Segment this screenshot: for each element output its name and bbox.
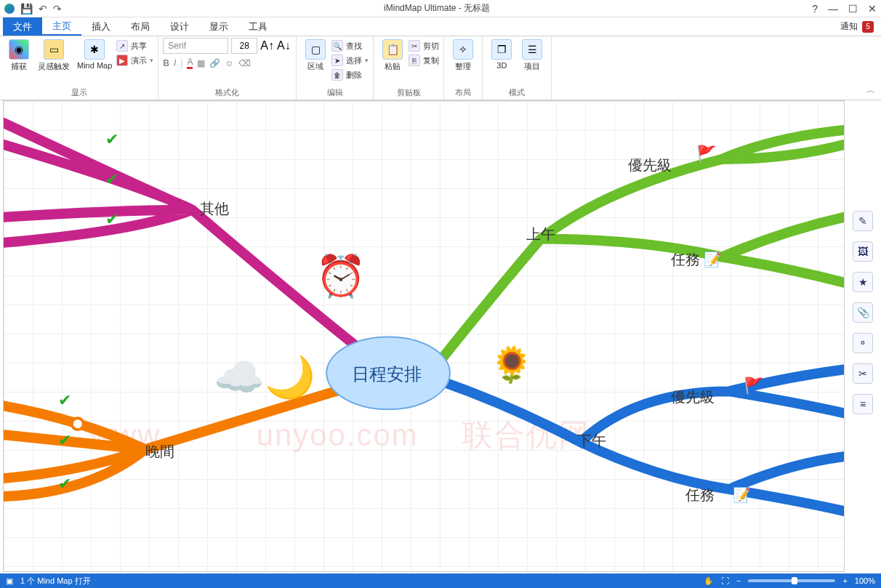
ribbon-group-edit: ▢ 区域 🔍查找 ➤选择▾ 🗑删除 编辑 <box>297 36 374 100</box>
zoom-slider[interactable] <box>748 579 835 582</box>
node-morning[interactable]: 上午 <box>526 226 555 242</box>
save-icon[interactable]: 💾 <box>20 3 33 15</box>
notify-label: 通知 <box>840 20 858 33</box>
maximize-button[interactable]: ☐ <box>848 3 858 15</box>
insert-image-button[interactable]: 🖼 <box>853 241 873 262</box>
mindmap-button[interactable]: ✱ Mind Map <box>74 38 115 71</box>
favorite-button[interactable]: ★ <box>853 272 873 292</box>
copy-button[interactable]: ⎘复制 <box>409 54 439 67</box>
note-icon: ▭ <box>44 39 64 60</box>
node-priority-1[interactable]: 優先級 <box>628 157 672 173</box>
delete-button[interactable]: 🗑删除 <box>331 68 369 81</box>
side-toolbar: ✎ 🖼 ★ 📎 ⚬ ✂ ≡ <box>849 211 877 414</box>
trash-icon: 🗑 <box>331 69 343 81</box>
tab-home[interactable]: 主页 <box>42 17 81 36</box>
node-task-2[interactable]: 任務 <box>685 487 715 503</box>
area-button[interactable]: ▢ 区域 <box>301 38 330 73</box>
tab-design[interactable]: 设计 <box>160 17 199 36</box>
undo-icon[interactable]: ↶ <box>39 3 47 15</box>
redo-icon[interactable]: ↷ <box>53 3 62 15</box>
arrange-icon: ✧ <box>453 39 473 60</box>
font-size-input[interactable]: 28 <box>231 38 257 54</box>
hand-tool-button[interactable]: ✋ <box>704 576 714 586</box>
emoji-button[interactable]: ☺ <box>225 58 233 68</box>
status-bar: ▣ 1 个 Mind Map 打开 ✋ ⛶ − + 100% <box>0 573 881 588</box>
notifications[interactable]: 通知 5 <box>840 17 881 36</box>
close-button[interactable]: ✕ <box>868 3 877 15</box>
branch-other[interactable] <box>4 123 381 366</box>
font-family-select[interactable]: Serif <box>163 38 228 54</box>
select-button[interactable]: ➤选择▾ <box>331 54 369 67</box>
checkmark-icon: ✔ <box>58 431 71 449</box>
font-grow-icon[interactable]: A↑ <box>260 39 274 52</box>
empty-marker-icon <box>72 418 84 430</box>
area-icon: ▢ <box>305 39 326 60</box>
flag-icon: 🚩 <box>696 144 717 164</box>
menu-bar: 文件 主页 插入 布局 设计 显示 工具 通知 5 <box>0 17 881 36</box>
title-bar: 💾 ↶ ↷ iMindMap Ultimate - 无标题 ? — ☐ ✕ <box>0 0 881 17</box>
node-other[interactable]: 其他 <box>200 201 229 217</box>
3d-button[interactable]: ❐ 3D <box>487 38 516 71</box>
tab-tools[interactable]: 工具 <box>238 17 278 36</box>
outline-button[interactable]: ≡ <box>853 394 873 414</box>
aperture-icon: ◉ <box>9 39 29 60</box>
group-label-mode: 模式 <box>487 86 547 100</box>
collapse-ribbon-button[interactable]: ︿ <box>866 84 875 97</box>
italic-button[interactable]: I <box>174 58 176 68</box>
tab-layout[interactable]: 布局 <box>121 17 160 36</box>
share-button[interactable]: ↗共享 <box>116 39 153 52</box>
highlight-button[interactable]: ▦ <box>197 58 205 68</box>
app-icon <box>4 4 15 14</box>
copy-icon: ⎘ <box>409 55 420 66</box>
pointer-icon: ➤ <box>331 55 343 66</box>
checkmark-icon: ✔ <box>58 475 71 493</box>
ribbon-group-mode: ❐ 3D ☰ 项目 模式 <box>483 36 552 100</box>
project-button[interactable]: ☰ 项目 <box>518 38 547 73</box>
font-color-button[interactable]: A <box>187 57 193 69</box>
brainstorm-button[interactable]: ▭ 灵感触发 <box>35 38 73 73</box>
bold-button[interactable]: B <box>163 58 169 68</box>
clear-format-button[interactable]: ⌫ <box>238 58 251 68</box>
mindmap-icon: ✱ <box>84 39 105 60</box>
center-node-label: 日程安排 <box>352 364 422 384</box>
present-button[interactable]: ▶演示▾ <box>116 54 153 67</box>
cut-button[interactable]: ✂剪切 <box>409 39 439 52</box>
link-button[interactable]: 🔗 <box>209 58 220 68</box>
window-title: iMindMap Ultimate - 无标题 <box>62 2 812 15</box>
tab-file[interactable]: 文件 <box>3 17 42 36</box>
cube-icon: ❐ <box>491 39 512 60</box>
mindmap-canvas[interactable]: www.unyoo.com联合优网 其他 ✔ ✔ ✔ 上午 優先級 🚩 任務 📝… <box>3 100 845 572</box>
group-label-format: 格式化 <box>163 86 291 100</box>
tab-view[interactable]: 显示 <box>199 17 238 36</box>
checkmark-icon: ✔ <box>58 391 71 409</box>
group-label-edit: 编辑 <box>301 86 369 100</box>
zoom-out-button[interactable]: − <box>736 576 741 585</box>
group-label-display: 显示 <box>4 86 153 100</box>
node-evening[interactable]: 晚間 <box>145 443 174 459</box>
capture-button[interactable]: ◉ 捕获 <box>4 38 33 73</box>
zoom-level: 100% <box>855 576 875 585</box>
zoom-in-button[interactable]: + <box>842 576 847 585</box>
marker-button[interactable]: ⚬ <box>853 333 873 353</box>
paste-button[interactable]: 📋 粘贴 <box>378 38 407 73</box>
notify-badge: 5 <box>862 21 874 33</box>
sun-icon: 🌻 <box>490 344 534 385</box>
ribbon: ◉ 捕获 ▭ 灵感触发 ✱ Mind Map ↗共享 ▶演示▾ 显示 Serif… <box>0 36 881 100</box>
node-task-1[interactable]: 任務 <box>670 251 700 267</box>
ribbon-group-clipboard: 📋 粘贴 ✂剪切 ⎘复制 剪贴板 <box>374 36 444 100</box>
fit-screen-button[interactable]: ⛶ <box>721 576 729 585</box>
snippet-button[interactable]: ✂ <box>853 363 873 384</box>
tab-insert[interactable]: 插入 <box>81 17 121 36</box>
node-afternoon[interactable]: 下午 <box>577 432 606 448</box>
help-button[interactable]: ? <box>812 3 818 15</box>
find-button[interactable]: 🔍查找 <box>331 39 369 52</box>
font-shrink-icon[interactable]: A↓ <box>277 39 291 52</box>
edit-note-button[interactable]: ✎ <box>853 211 873 231</box>
checkmark-icon: ✔ <box>105 130 118 148</box>
minimize-button[interactable]: — <box>828 3 838 15</box>
attachment-button[interactable]: 📎 <box>853 302 873 323</box>
window-controls: ? — ☐ ✕ <box>812 3 877 15</box>
arrange-button[interactable]: ✧ 整理 <box>448 38 478 73</box>
notepad-icon: 📝 <box>733 486 751 504</box>
node-priority-2[interactable]: 優先級 <box>671 389 715 405</box>
